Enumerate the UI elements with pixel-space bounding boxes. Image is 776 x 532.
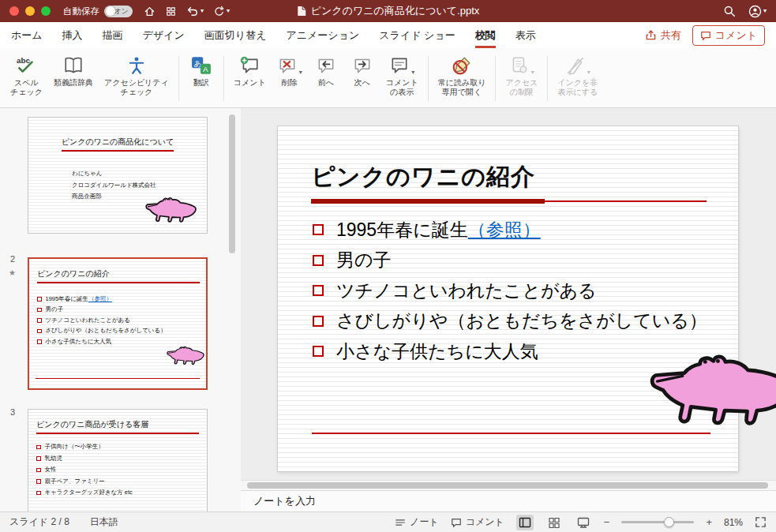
ribbon-button-thesaurus[interactable]: 類義語辞典	[48, 54, 99, 88]
slide-thumbnail-3[interactable]: ピンクのワニ商品が受ける客層 子供向け（〜小学生） 乳幼児 女性 親子ペア、ファ…	[28, 409, 208, 511]
search-icon[interactable]	[723, 5, 736, 17]
slide-body-text[interactable]: 1995年春に誕生（参照） 男の子 ツチノコといわれたことがある さびしがりや（…	[313, 215, 707, 367]
document-title[interactable]: ピンクのワニの商品化について.pptx	[311, 4, 480, 18]
slide-bottom-rule	[312, 433, 710, 434]
notes-toggle-button[interactable]: ノート	[395, 515, 439, 529]
ribbon-button-hide-ink: ▾ インクを非 表示にする	[552, 54, 603, 98]
svg-text:abc: abc	[17, 56, 31, 65]
document-title-area: ピンクのワニの商品化について.pptx	[297, 4, 480, 18]
slideshow-view-button[interactable]	[575, 515, 592, 530]
workspace: ピンクのワニの商品化について わにちゃん クロコダイルワールド株式会社 商品企画…	[0, 108, 776, 511]
autosave-control[interactable]: 自動保存 オン	[63, 6, 133, 17]
chevron-down-icon[interactable]: ▾	[201, 8, 204, 14]
checkbox-bullet-icon	[36, 468, 41, 473]
ribbon-button-restrict-access: ▾ アクセス の制限	[500, 54, 543, 98]
quick-access-toolbar: ▾ ▾	[144, 5, 230, 17]
home-button[interactable]	[144, 6, 156, 17]
thumb-bullet: キャラクターグッズ好きな方 etc	[36, 487, 133, 499]
zoom-in-button[interactable]: +	[706, 516, 712, 528]
tab-review[interactable]: 校閲	[475, 22, 496, 48]
ribbon-button-show-comments[interactable]: ▾ コメント の表示	[381, 54, 424, 98]
zoom-percent[interactable]: 81%	[724, 517, 743, 528]
tab-slideshow[interactable]: スライド ショー	[379, 22, 455, 48]
autosave-toggle[interactable]: オン	[104, 6, 133, 17]
ribbon-button-always-open-readonly[interactable]: 常に読み取り 専用で開く	[433, 54, 492, 98]
ribbon-button-previous-comment[interactable]: 前へ	[308, 54, 344, 88]
ribbon-tabs: ホーム 挿入 描画 デザイン 画面切り替え アニメーション スライド ショー 校…	[11, 22, 536, 48]
title-underline-thick	[311, 199, 545, 204]
zoom-slider[interactable]	[621, 521, 694, 523]
thumb-bullet: 子供向け（〜小学生）	[36, 441, 133, 453]
thumb2-bullets: 1995年春に誕生（参照） 男の子 ツチノコといわれたことがある さびしがりや（…	[37, 294, 167, 347]
comments-toggle-button[interactable]: コメント	[451, 515, 504, 529]
ribbon-button-translate[interactable]: あA 翻訳	[183, 54, 219, 88]
chevron-down-icon[interactable]: ▾	[227, 8, 230, 14]
chevron-down-icon: ▾	[299, 69, 302, 76]
undo-icon	[186, 5, 199, 17]
share-button[interactable]: 共有	[645, 28, 681, 43]
slide-sorter-icon	[548, 516, 560, 529]
minimize-window-button[interactable]	[25, 6, 35, 16]
slide-thumbnail-1[interactable]: ピンクのワニの商品化について わにちゃん クロコダイルワールド株式会社 商品企画…	[28, 117, 208, 234]
thumb-bullet: 1995年春に誕生（参照）	[37, 294, 167, 305]
status-left: スライド 2 / 8 日本語	[9, 515, 118, 529]
traffic-lights	[9, 6, 51, 16]
horizontal-scrollbar-thumb[interactable]	[247, 482, 768, 489]
sidebar-scrollbar[interactable]	[229, 114, 235, 253]
normal-view-button[interactable]	[516, 515, 534, 530]
close-window-button[interactable]	[9, 6, 19, 16]
new-slide-button[interactable]	[165, 6, 177, 17]
zoom-window-button[interactable]	[41, 6, 51, 16]
thumb2-title: ピンクのワニの紹介	[37, 268, 200, 283]
checkbox-bullet-icon	[37, 329, 42, 334]
hyperlink-sansho[interactable]: （参照）	[468, 219, 541, 240]
slide-title-text[interactable]: ピンクのワニの紹介	[311, 161, 535, 193]
ribbon-button-label: 次へ	[354, 78, 370, 88]
fit-to-window-icon[interactable]	[755, 516, 767, 528]
read-only-icon	[452, 55, 472, 76]
accessibility-person-icon	[126, 55, 147, 76]
undo-button[interactable]: ▾	[186, 5, 204, 17]
book-icon	[63, 55, 84, 76]
ribbon-button-new-comment[interactable]: コメント	[228, 54, 272, 88]
zoom-slider-knob[interactable]	[664, 517, 674, 527]
ribbon-button-next-comment[interactable]: 次へ	[344, 54, 381, 88]
ribbon-button-label: 翻訳	[193, 78, 209, 88]
slide-editor-pane: ピンクのワニの紹介 1995年春に誕生（参照） 男の子 ツチノコといわれたことが…	[241, 108, 776, 511]
document-icon	[297, 6, 306, 17]
zoom-out-button[interactable]: −	[604, 516, 610, 528]
checkbox-bullet-icon	[36, 445, 41, 450]
comments-panel-button[interactable]: コメント	[692, 25, 765, 46]
repeat-button[interactable]: ▾	[213, 6, 230, 17]
ribbon-separator	[178, 56, 179, 101]
ribbon-button-spellcheck[interactable]: abc スペル チェック	[5, 54, 48, 98]
tab-view[interactable]: 表示	[515, 22, 536, 48]
slide-bullet: 1995年春に誕生（参照）	[313, 215, 707, 245]
tab-home[interactable]: ホーム	[11, 22, 43, 48]
pink-crocodile-drawing[interactable]	[650, 353, 776, 428]
tab-draw[interactable]: 描画	[103, 22, 123, 48]
thumb-bullet: 親子ペア、ファミリー	[36, 476, 133, 488]
tab-animations[interactable]: アニメーション	[286, 22, 359, 48]
thumb-bullet: 小さな子供たちに大人気	[37, 336, 167, 347]
ribbon-button-delete-comment[interactable]: ▾ 削除	[272, 54, 308, 88]
checkbox-bullet-icon	[313, 255, 324, 266]
account-button[interactable]: ▾	[748, 5, 767, 18]
notes-input[interactable]: ノートを入力	[241, 490, 776, 511]
slide-thumbnail-2-selected[interactable]: ピンクのワニの紹介 1995年春に誕生（参照） 男の子 ツチノコといわれたことが…	[28, 257, 208, 390]
slide-sorter-view-button[interactable]	[545, 515, 563, 530]
tab-insert[interactable]: 挿入	[62, 22, 83, 48]
thumb1-line: 商品企画部	[72, 191, 156, 203]
previous-comment-icon	[316, 55, 336, 76]
status-right: ノート コメント − + 81%	[395, 515, 767, 530]
ribbon-button-accessibility-check[interactable]: アクセシビリティ チェック	[99, 54, 174, 98]
thumb-bullet: 男の子	[37, 305, 167, 316]
horizontal-scrollbar[interactable]	[241, 480, 776, 490]
show-comments-icon	[389, 55, 410, 76]
tab-design[interactable]: デザイン	[143, 22, 185, 48]
delete-comment-icon	[277, 55, 298, 76]
tab-transitions[interactable]: 画面切り替え	[204, 22, 267, 48]
ribbon-review: abc スペル チェック 類義語辞典 アクセシビリティ チェック あA 翻訳 コ…	[0, 48, 776, 108]
checkbox-bullet-icon	[37, 318, 42, 323]
language-indicator[interactable]: 日本語	[90, 515, 118, 529]
